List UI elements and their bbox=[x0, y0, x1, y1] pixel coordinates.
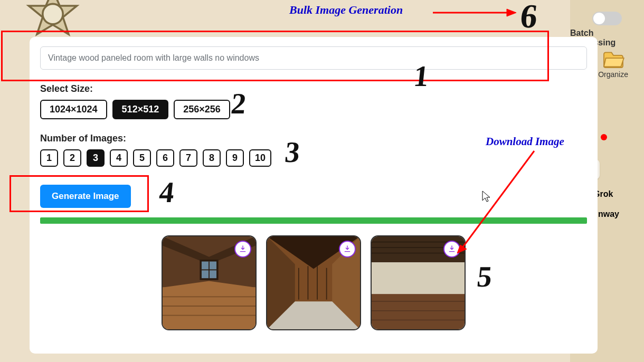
result-thumb-3[interactable] bbox=[371, 235, 466, 330]
svg-marker-3 bbox=[507, 9, 516, 16]
download-button-1[interactable] bbox=[234, 241, 251, 258]
count-3[interactable]: 3 bbox=[87, 149, 105, 167]
count-6[interactable]: 6 bbox=[156, 149, 174, 167]
size-options: 1024×1024 512×512 256×256 bbox=[40, 100, 587, 119]
size-label: Select Size: bbox=[40, 83, 587, 94]
annotation-download-label: Download Image bbox=[486, 135, 564, 148]
download-icon bbox=[343, 245, 352, 253]
result-thumb-1[interactable] bbox=[162, 235, 257, 330]
annotation-arrow-download bbox=[455, 148, 539, 259]
annotation-arrow-top bbox=[433, 6, 517, 19]
count-9[interactable]: 9 bbox=[226, 149, 244, 167]
svg-line-35 bbox=[461, 151, 534, 249]
count-2[interactable]: 2 bbox=[63, 149, 81, 167]
batch-toggle[interactable] bbox=[592, 12, 622, 25]
count-1[interactable]: 1 bbox=[40, 149, 58, 167]
annotation-bulk-title: Bulk Image Generation bbox=[289, 3, 403, 17]
download-button-2[interactable] bbox=[339, 241, 356, 258]
annotation-number-6: 6 bbox=[518, 0, 539, 36]
count-10[interactable]: 10 bbox=[249, 149, 271, 167]
organize-label: Organize bbox=[598, 70, 628, 79]
generate-button[interactable]: Generate Image bbox=[40, 185, 131, 208]
size-512[interactable]: 512×512 bbox=[112, 100, 169, 119]
svg-rect-28 bbox=[372, 294, 465, 329]
prompt-input[interactable] bbox=[40, 46, 587, 70]
organize-button[interactable]: Organize bbox=[598, 50, 628, 79]
svg-marker-13 bbox=[163, 281, 255, 329]
cursor-icon bbox=[481, 190, 491, 203]
download-icon bbox=[239, 245, 247, 253]
size-256[interactable]: 256×256 bbox=[174, 100, 230, 119]
count-5[interactable]: 5 bbox=[133, 149, 151, 167]
result-thumb-2[interactable] bbox=[266, 235, 361, 330]
folder-open-icon bbox=[602, 50, 625, 69]
svg-rect-27 bbox=[372, 262, 465, 294]
count-7[interactable]: 7 bbox=[179, 149, 197, 167]
count-4[interactable]: 4 bbox=[110, 149, 128, 167]
size-1024[interactable]: 1024×1024 bbox=[40, 100, 107, 119]
svg-point-1 bbox=[43, 4, 63, 24]
svg-marker-36 bbox=[457, 245, 467, 253]
count-8[interactable]: 8 bbox=[203, 149, 221, 167]
